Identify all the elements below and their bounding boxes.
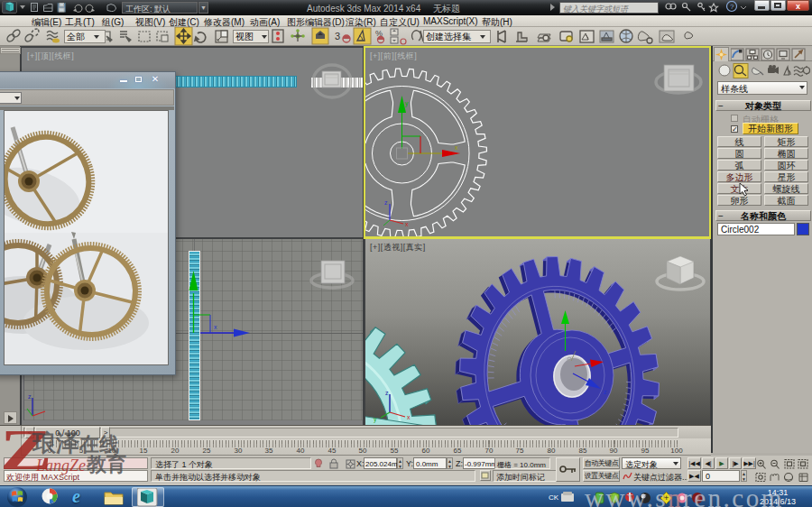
svg-text:?: ?: [730, 3, 734, 11]
svg-text:y: y: [374, 416, 377, 423]
svg-text:z: z: [604, 389, 607, 395]
svg-text:y: y: [405, 100, 409, 107]
svg-text:x: x: [405, 221, 409, 227]
svg-text:z: z: [28, 393, 32, 400]
svg-text:x: x: [214, 324, 217, 330]
svg-text:x: x: [407, 414, 411, 420]
svg-text:z: z: [385, 390, 389, 396]
svg-text:x: x: [455, 144, 458, 151]
svg-text:3: 3: [335, 31, 340, 41]
svg-text:z: z: [384, 199, 388, 206]
